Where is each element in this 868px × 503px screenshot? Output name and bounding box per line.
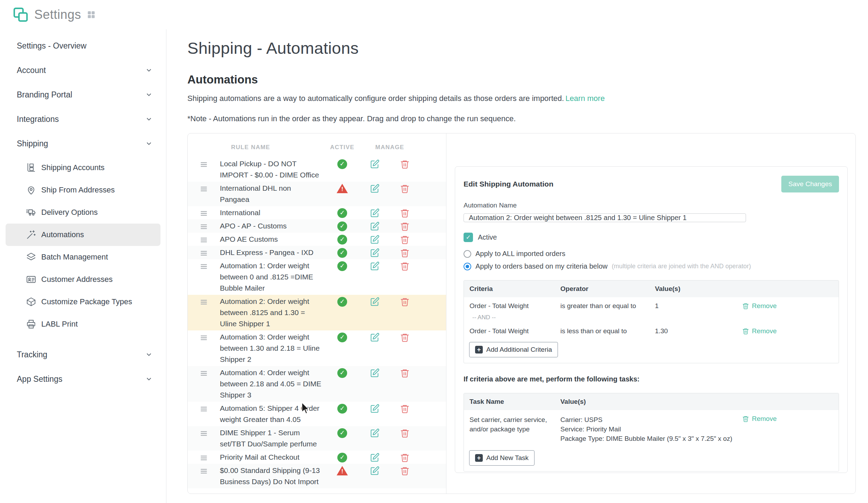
- save-changes-button-top[interactable]: Save Changes: [781, 176, 839, 192]
- rule-row[interactable]: Priority Mail at Checkout: [188, 451, 446, 464]
- drag-handle-icon[interactable]: [188, 367, 220, 378]
- edit-rule-icon[interactable]: [370, 297, 380, 307]
- remove-criteria-button[interactable]: Remove: [742, 327, 777, 335]
- rule-row[interactable]: Automation 5: Shipper 4 Order weight Gre…: [188, 402, 446, 426]
- learn-more-link[interactable]: Learn more: [565, 94, 605, 103]
- rule-row[interactable]: $0.00 Standard Shipping (9-13 Business D…: [188, 464, 446, 488]
- remove-task-button[interactable]: Remove: [742, 415, 777, 423]
- package-icon: [26, 297, 36, 307]
- drag-handle-icon[interactable]: [188, 427, 220, 438]
- delete-rule-icon[interactable]: [400, 428, 410, 438]
- apply-all-orders-radio[interactable]: [464, 250, 471, 258]
- sidebar-item-shipping-accounts[interactable]: Shipping Accounts: [6, 156, 160, 179]
- edit-rule-icon[interactable]: [370, 248, 380, 258]
- delete-rule-icon[interactable]: [400, 248, 410, 258]
- page-note: *Note - Automations run in the order as …: [187, 114, 868, 123]
- delete-rule-icon[interactable]: [400, 261, 410, 271]
- rules-list: Local Pickup - DO NOT IMPORT - $0.00 - D…: [188, 157, 446, 488]
- sidebar-item-customer-addresses[interactable]: Customer Addresses: [6, 268, 160, 291]
- drag-handle-icon[interactable]: [188, 465, 220, 476]
- drag-handle-icon[interactable]: [188, 220, 220, 231]
- rule-row[interactable]: Automation 2: Order weight between .8125…: [188, 295, 446, 330]
- delete-rule-icon[interactable]: [400, 466, 410, 476]
- drag-handle-icon[interactable]: [188, 158, 220, 169]
- edit-rule-icon[interactable]: [370, 261, 380, 271]
- sidebar-item-account[interactable]: Account: [0, 58, 166, 82]
- apply-criteria-radio[interactable]: [464, 263, 471, 270]
- mouse-cursor: [301, 402, 313, 416]
- sidebar-item-integrations[interactable]: Integrations: [0, 107, 166, 131]
- edit-rule-icon[interactable]: [370, 184, 380, 194]
- edit-rule-icon[interactable]: [370, 159, 380, 169]
- active-checkbox[interactable]: [464, 233, 473, 242]
- sidebar-item-delivery-options[interactable]: Delivery Options: [6, 201, 160, 224]
- edit-rule-icon[interactable]: [370, 428, 380, 438]
- sidebar-item-labl-print[interactable]: LABL Print: [6, 313, 160, 335]
- rule-row[interactable]: DIME Shipper 1 - Serum set/TBT Duo/Sampl…: [188, 426, 446, 451]
- delete-rule-icon[interactable]: [400, 221, 410, 231]
- delete-rule-icon[interactable]: [400, 333, 410, 342]
- rule-row[interactable]: APO - AP - Customs: [188, 219, 446, 233]
- drag-handle-icon[interactable]: [188, 247, 220, 258]
- add-task-button[interactable]: + Add New Task: [469, 450, 535, 466]
- drag-handle-icon[interactable]: [188, 234, 220, 245]
- delete-rule-icon[interactable]: [400, 235, 410, 245]
- rule-row[interactable]: DHL Express - Pangea - IXD: [188, 246, 446, 259]
- sidebar-item-automations[interactable]: Automations: [6, 224, 160, 246]
- editor-column: Edit Shipping Automation Save Changes Au…: [446, 133, 855, 494]
- drag-handle-icon[interactable]: [188, 183, 220, 194]
- delete-rule-icon[interactable]: [400, 297, 410, 307]
- edit-rule-icon[interactable]: [370, 453, 380, 462]
- drag-handle-icon[interactable]: [188, 331, 220, 342]
- sidebar-item-settings-overview[interactable]: Settings - Overview: [0, 34, 166, 58]
- drag-handle-icon[interactable]: [188, 207, 220, 218]
- drag-handle-icon[interactable]: [188, 452, 220, 462]
- rule-row[interactable]: APO AE Customs: [188, 233, 446, 246]
- chevron-down-icon: [145, 66, 153, 74]
- edit-rule-icon[interactable]: [370, 404, 380, 414]
- rule-row[interactable]: Local Pickup - DO NOT IMPORT - $0.00 - D…: [188, 157, 446, 182]
- status-ok-icon: [337, 333, 347, 342]
- chevron-down-icon: [145, 115, 153, 123]
- edit-rule-icon[interactable]: [370, 466, 380, 476]
- drag-handle-icon[interactable]: [188, 260, 220, 271]
- delete-rule-icon[interactable]: [400, 184, 410, 194]
- rule-row[interactable]: International DHL non Pangaea: [188, 182, 446, 206]
- rule-name: Automation 3: Order weight between 1.30 …: [220, 331, 325, 365]
- edit-rule-icon[interactable]: [370, 208, 380, 218]
- drag-handle-icon[interactable]: [188, 296, 220, 307]
- sidebar-item-customize-package-types[interactable]: Customize Package Types: [6, 291, 160, 313]
- apps-grid-icon[interactable]: [87, 10, 96, 19]
- edit-rule-icon[interactable]: [370, 333, 380, 342]
- rule-row[interactable]: International: [188, 206, 446, 219]
- rule-row[interactable]: Automation 1: Order weight between 0 and…: [188, 259, 446, 295]
- delete-rule-icon[interactable]: [400, 208, 410, 218]
- sidebar-item-ship-from-addresses[interactable]: Ship From Addresses: [6, 179, 160, 201]
- rules-column: RULE NAME ACTIVE MANAGE Local Pickup - D…: [188, 133, 446, 494]
- status-warning-icon: [337, 466, 348, 475]
- sidebar-item-branding-portal[interactable]: Branding Portal: [0, 82, 166, 107]
- task-values: Carrier: USPSService: Priority MailPacka…: [560, 415, 742, 443]
- chevron-down-icon: [145, 351, 153, 358]
- edit-rule-icon[interactable]: [370, 235, 380, 245]
- apply-criteria-hint: (multiple criteria are joined with the A…: [612, 263, 751, 270]
- delete-rule-icon[interactable]: [400, 159, 410, 169]
- sidebar-item-batch-management[interactable]: Batch Management: [6, 246, 160, 268]
- rule-row[interactable]: Automation 3: Order weight between 1.30 …: [188, 330, 446, 366]
- tasks-heading: If criteria above are met, perform the f…: [464, 375, 839, 383]
- add-criteria-button[interactable]: + Add Additional Criteria: [469, 342, 558, 357]
- sidebar-item-app-settings[interactable]: App Settings: [0, 367, 166, 391]
- edit-rule-icon[interactable]: [370, 368, 380, 378]
- wand-icon: [26, 229, 36, 240]
- automation-name-input[interactable]: [464, 213, 746, 222]
- rule-row[interactable]: Automation 4: Order weight between 2.18 …: [188, 366, 446, 402]
- delete-rule-icon[interactable]: [400, 404, 410, 414]
- delete-rule-icon[interactable]: [400, 453, 410, 462]
- sidebar-item-tracking[interactable]: Tracking: [0, 342, 166, 367]
- edit-rule-icon[interactable]: [370, 221, 380, 231]
- labl-logo-icon: [13, 7, 29, 23]
- sidebar-item-shipping[interactable]: Shipping: [0, 131, 166, 156]
- delete-rule-icon[interactable]: [400, 368, 410, 378]
- remove-criteria-button[interactable]: Remove: [742, 302, 777, 310]
- drag-handle-icon[interactable]: [188, 403, 220, 414]
